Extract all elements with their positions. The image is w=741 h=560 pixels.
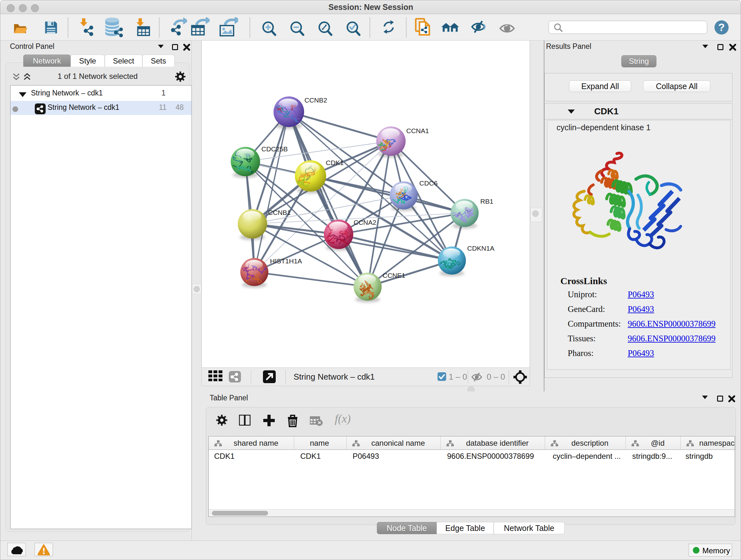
- svg-text:CCNB1: CCNB1: [268, 209, 291, 216]
- svg-text:CCNB2: CCNB2: [305, 97, 327, 104]
- svg-text:CDC6: CDC6: [419, 179, 437, 187]
- svg-text:?: ?: [718, 21, 725, 33]
- svg-text:CCNA2: CCNA2: [354, 219, 376, 226]
- svg-text:CDK1: CDK1: [326, 159, 344, 166]
- svg-text:CCNE1: CCNE1: [383, 272, 405, 279]
- svg-text:CDKN1A: CDKN1A: [467, 245, 494, 252]
- svg-text:RB1: RB1: [480, 198, 493, 205]
- svg-text:CCNA1: CCNA1: [406, 127, 429, 134]
- svg-text:CDC25B: CDC25B: [261, 145, 288, 152]
- svg-text:HIST1H1A: HIST1H1A: [270, 257, 302, 265]
